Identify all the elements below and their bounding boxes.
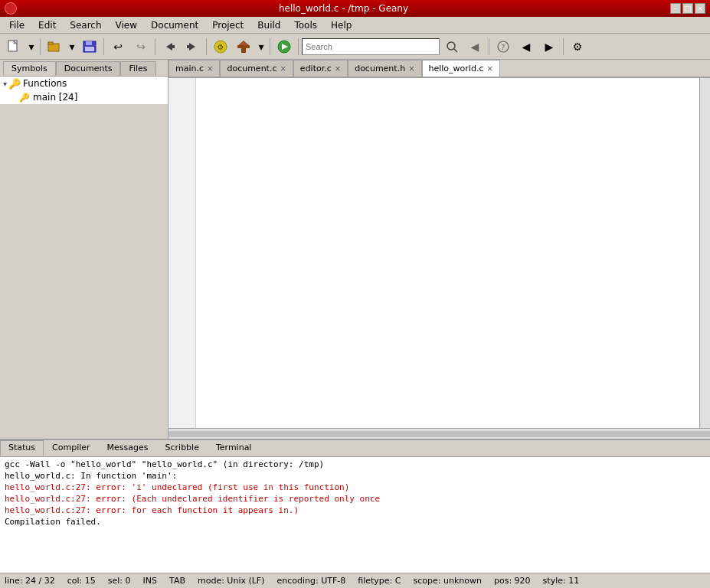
tab-main-c[interactable]: main.c × [169,60,220,77]
menu-build[interactable]: Build [251,18,286,32]
tab-label: hello_world.c [429,64,484,74]
status-col: col: 15 [67,576,96,586]
goto-button[interactable]: ? [492,37,514,57]
output-tab-terminal[interactable]: Terminal [208,440,260,456]
menu-search[interactable]: Search [64,18,107,32]
output-tab-messages[interactable]: Messages [99,440,157,456]
output-tab-status[interactable]: Status [0,440,44,456]
status-line: line: 24 / 32 [5,576,55,586]
next-button[interactable]: ▶ [538,37,560,57]
run-button[interactable] [273,37,295,57]
compile-button[interactable]: ⚙ [210,37,231,57]
svg-marker-9 [189,43,195,51]
expand-icon: ▾ [3,80,7,88]
menu-tools[interactable]: Tools [288,18,323,32]
nav-back-button[interactable] [159,37,180,57]
svg-rect-15 [241,48,246,53]
close-button[interactable]: × [695,3,705,14]
editor-tab-bar: main.c × document.c × editor.c × documen… [169,60,710,78]
toolbar-sep-3 [155,38,155,55]
menu-document[interactable]: Document [145,18,204,32]
function-icon: 🔑 [18,91,31,103]
output-content: gcc -Wall -o "hello_world" "hello_world.… [0,457,710,573]
output-line-3: hello_world.c:27: error: 'i' undeclared … [3,482,707,493]
undo-button[interactable]: ↩ [107,37,129,57]
close-main-c[interactable]: × [207,64,213,73]
save-button[interactable] [79,37,100,57]
tab-label: document.c [227,64,276,74]
output-line-6: Compilation failed. [3,516,707,528]
tree-main-item[interactable]: 🔑 main [24] [0,90,168,104]
status-tab: TAB [169,576,185,586]
statusbar: line: 24 / 32 col: 15 sel: 0 INS TAB mod… [0,573,710,588]
new-dropdown[interactable]: ▾ [26,37,37,57]
tab-files[interactable]: Files [120,61,155,76]
svg-rect-5 [86,41,92,45]
close-document-c[interactable]: × [280,64,286,73]
output-tab-bar: Status Compiler Messages Scribble Termin… [0,440,710,457]
svg-marker-7 [166,43,172,51]
build-dropdown[interactable]: ▾ [256,37,267,57]
code-editor[interactable] [169,78,710,428]
svg-text:⚙: ⚙ [218,43,224,51]
search-button[interactable] [441,37,463,57]
vertical-scrollbar[interactable] [699,78,710,428]
sidebar-panel: ▾ 🔑 Functions 🔑 main [24] [0,77,169,104]
output-line-2: hello_world.c: In function 'main': [3,470,707,482]
functions-label: Functions [23,78,67,89]
svg-rect-6 [85,47,94,51]
svg-point-18 [447,42,455,50]
output-tab-scribble[interactable]: Scribble [157,440,208,456]
maximize-button[interactable]: □ [682,3,693,14]
main-func-label: main [24] [33,92,77,103]
svg-line-19 [454,49,457,52]
tab-document-c[interactable]: document.c × [220,60,293,77]
output-line-4: hello_world.c:27: error: (Each undeclare… [3,493,707,505]
redo-button[interactable]: ↪ [130,37,152,57]
toolbar-sep-5 [270,38,270,55]
status-ins: INS [143,576,157,586]
close-hello-world-c[interactable]: × [486,64,492,73]
open-button[interactable] [44,37,65,57]
status-pos: pos: 920 [494,576,531,586]
nav-forward-button[interactable] [182,37,203,57]
toolbar-sep-7 [489,38,489,55]
minimize-button[interactable]: – [670,3,681,14]
output-tab-compiler[interactable]: Compiler [44,440,99,456]
horizontal-scrollbar[interactable] [169,428,710,439]
sidebar-tab-bar: Symbols Documents Files [0,60,168,77]
tab-editor-c[interactable]: editor.c × [293,60,348,77]
tab-symbols[interactable]: Symbols [3,61,56,76]
svg-rect-3 [48,42,53,44]
tab-document-h[interactable]: document.h × [348,60,421,77]
window-icon [5,2,17,15]
menu-view[interactable]: View [110,18,143,32]
main-content: Symbols Documents Files ▾ 🔑 Functions 🔑 … [0,60,710,573]
search-prev-button[interactable]: ◀ [464,37,486,57]
close-editor-c[interactable]: × [335,64,341,73]
prev-button[interactable]: ◀ [515,37,537,57]
menu-edit[interactable]: Edit [32,18,62,32]
tree-functions-root[interactable]: ▾ 🔑 Functions [0,77,168,90]
titlebar-buttons: – □ × [670,3,705,14]
tab-label: editor.c [300,64,332,74]
tab-documents[interactable]: Documents [56,61,121,76]
new-button[interactable] [3,37,25,57]
build-button[interactable] [233,37,254,57]
menu-file[interactable]: File [3,18,31,32]
open-dropdown[interactable]: ▾ [67,37,77,57]
output-line-5: hello_world.c:27: error: for each functi… [3,505,707,516]
title-text: hello_world.c - /tmp - Geany [17,3,670,14]
close-document-h[interactable]: × [408,64,414,73]
tab-label: document.h [355,64,405,74]
tab-hello-world-c[interactable]: hello_world.c × [422,60,500,77]
toolbar-sep-4 [206,38,207,55]
menu-project[interactable]: Project [206,18,250,32]
toolbar-sep-2 [103,38,104,55]
preferences-button[interactable]: ⚙ [567,37,588,57]
menubar: File Edit Search View Document Project B… [0,17,710,34]
svg-marker-14 [238,41,249,45]
code-content[interactable] [196,78,699,428]
search-input[interactable] [302,38,440,55]
menu-help[interactable]: Help [325,18,358,32]
